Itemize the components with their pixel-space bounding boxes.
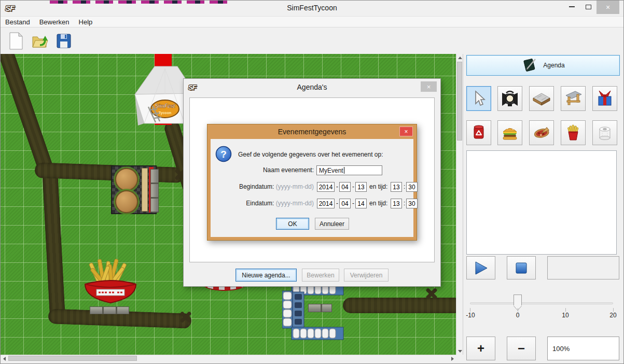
begin-year-input[interactable] [317,182,335,192]
slider-tick [565,308,566,312]
vertical-scroll-thumb[interactable] [457,62,462,141]
zoom-out-button[interactable]: − [507,337,536,360]
scroll-right-button[interactable] [449,355,456,362]
burger-stand[interactable] [111,165,157,214]
bench[interactable] [150,169,159,213]
new-agenda-button[interactable]: Nieuwe agenda... [235,269,297,282]
path-left [42,169,65,321]
end-hour-input[interactable] [391,199,402,208]
burger-stand-counter [142,168,148,212]
slider-label-0: 0 [516,312,520,319]
agenda-list-area[interactable] [466,150,617,255]
save-floppy-icon [55,32,73,50]
close-icon: × [606,3,610,11]
agendas-dialog-title: Agenda's [184,83,440,91]
slider-tick [470,308,470,312]
event-dialog-close-button[interactable]: × [399,127,413,136]
end-year-input[interactable] [317,199,335,208]
date-separator: - [336,199,338,208]
new-document-icon [7,32,25,50]
tool-trash-can[interactable] [466,120,491,145]
tool-toilet-paper[interactable] [592,120,617,145]
begin-day-input[interactable] [355,182,367,192]
menu-help[interactable]: Help [74,17,98,27]
arrow-left-icon [3,357,6,361]
open-file-button[interactable] [30,31,50,51]
save-file-button[interactable] [53,31,74,51]
speed-slider-handle[interactable] [514,295,522,305]
pizza-icon [532,123,551,142]
menu-bewerken[interactable]: Bewerken [35,17,74,27]
tent-logo-subtext: Tycoon [159,111,171,115]
time-separator: : [404,182,405,192]
x-marker[interactable] [179,310,192,324]
hamburger-icon [501,123,519,142]
menu-bestand[interactable]: Bestand [1,17,35,27]
begin-month-input[interactable] [339,182,351,192]
map-horizontal-scrollbar[interactable] [1,355,456,362]
time-label: en tijd: [369,199,387,208]
delete-agenda-button: Verwijderen [344,269,389,282]
burger-prop [115,190,138,213]
tool-road-tile[interactable] [529,86,554,111]
edit-agenda-button: Bewerken [302,269,339,282]
name-label: Naam evenement: [211,165,314,175]
text-caret [344,167,344,174]
tool-spotlight[interactable] [497,86,522,111]
map-vertical-scrollbar[interactable] [456,54,463,355]
date-separator: - [352,199,354,208]
question-icon: ? [215,146,232,162]
begin-hour-input[interactable] [391,182,402,192]
maximize-icon [586,5,591,9]
tool-stage[interactable] [561,86,586,111]
horizontal-scroll-thumb[interactable] [8,356,137,361]
stop-button[interactable] [507,256,536,279]
spotlight-icon [501,89,519,108]
end-minute-input[interactable] [406,199,418,208]
arrow-right-icon [451,357,454,361]
close-icon: × [404,128,408,135]
zoom-level-field[interactable]: 100% [547,337,619,360]
stage-icon [564,89,583,108]
plus-icon: + [477,341,484,356]
tool-select-cursor[interactable] [466,86,491,111]
tool-hamburger[interactable] [497,120,522,145]
play-icon [473,261,489,275]
agenda-book-icon [521,58,538,73]
event-name-value: MyEvent [319,167,343,174]
maximize-button[interactable] [580,1,597,13]
minimize-icon [569,6,575,7]
agenda-button[interactable]: Agenda [466,55,620,76]
x-marker[interactable] [425,287,438,300]
event-name-input[interactable]: MyEvent [316,165,382,175]
event-dialog-title: Evenementgegevens [207,124,417,139]
agendas-dialog-close-button[interactable]: × [421,81,437,92]
minimize-button[interactable] [563,1,580,13]
zoom-in-button[interactable]: + [466,337,495,360]
tool-gift[interactable] [592,86,617,111]
slider-tick [518,308,518,312]
ok-button[interactable]: OK [276,218,309,230]
tool-french-fries[interactable] [561,120,586,145]
bench[interactable] [308,304,332,312]
begin-minute-input[interactable] [406,182,418,192]
end-month-input[interactable] [339,199,351,208]
side-panel: Agenda [463,54,624,355]
open-folder-icon [31,32,49,50]
slider-label-minus10: -10 [466,312,475,319]
slider-label-10: 10 [562,312,568,319]
fries-stand[interactable] [81,256,140,307]
end-day-input[interactable] [355,199,367,208]
new-file-button[interactable] [6,31,26,51]
play-button[interactable] [466,256,495,279]
close-button[interactable]: × [597,1,619,14]
bench[interactable] [90,306,129,314]
arrow-up-icon [458,57,462,59]
tool-pizza[interactable] [529,120,554,145]
trash-can-icon [469,123,488,142]
agendas-dialog-titlebar: SF Agenda's [184,79,440,95]
speed-slider-track[interactable] [470,302,613,304]
slider-label-20: 20 [609,312,616,319]
scroll-left-button[interactable] [1,355,8,362]
cancel-button[interactable]: Annuleer [315,218,349,230]
